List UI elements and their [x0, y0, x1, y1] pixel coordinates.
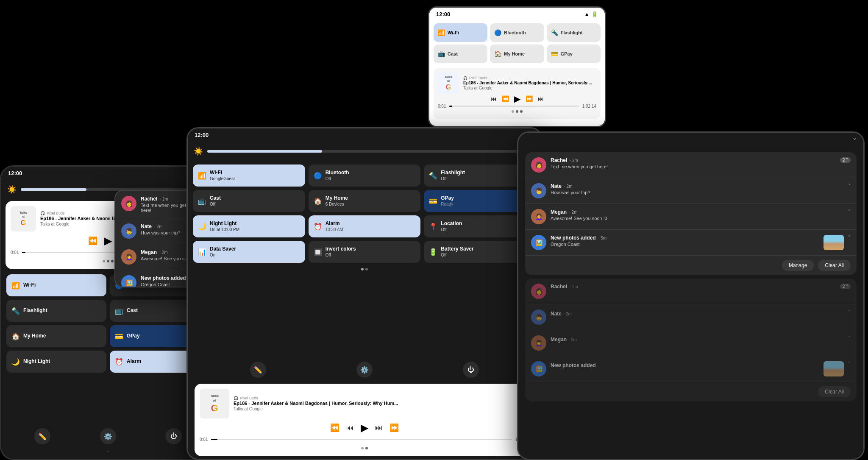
mid-flash-icon: 🔦 [429, 172, 437, 180]
rachel-text-small: Text me when you get here! [141, 203, 190, 213]
mid-skip-fwd[interactable]: ⏭ [375, 424, 383, 432]
mid-loc-text: Location Off [441, 220, 462, 233]
ptr-skip-back-btn[interactable]: ⏪ [502, 95, 509, 102]
large-megan-time: · 2m [569, 210, 577, 215]
ptr-wifi-icon: 📶 [438, 29, 445, 36]
large2-coast-thumb [823, 361, 844, 376]
large2-photos-name: New photos added [551, 362, 596, 368]
mid-settings-btn[interactable]: ⚙️ [356, 362, 373, 378]
small-settings-btn[interactable]: ⚙️ [100, 428, 116, 444]
ptr-tile-flashlight[interactable]: 🔦 Flashlight [547, 23, 601, 42]
ptr-tile-bluetooth[interactable]: 🔵 Bluetooth [490, 23, 544, 42]
small-power-btn[interactable]: ⏻ [166, 428, 182, 444]
mid-tile-invert[interactable]: 🔲 Invert colors Off [309, 241, 421, 263]
large2-megan-expand[interactable]: ˅ [848, 335, 851, 341]
mid-tile-cast[interactable]: 📺 Cast Off [193, 190, 305, 212]
ptr-tile-cast[interactable]: 📺 Cast [434, 45, 487, 63]
large-photos-header: New photos added · 5m [551, 235, 819, 241]
large-nate-expand[interactable]: ˅ [848, 183, 851, 189]
ptr-rewind-btn[interactable]: ⏮ [491, 95, 497, 102]
mid-power-btn[interactable]: ⏻ [463, 362, 479, 378]
tablet-mid-controls: ⏪ ⏮ ▶ ⏭ ⏩ [200, 422, 529, 434]
megan-avatar-small: 👩‍🦱 [121, 249, 136, 265]
ptr-cast-icon: 📺 [438, 50, 445, 57]
large-manage-btn[interactable]: Manage [782, 260, 814, 271]
mid-cast-icon: 📺 [198, 197, 206, 205]
ptr-flash-label: Flashlight [561, 30, 583, 35]
ptr-play-btn[interactable]: ▶ [514, 94, 520, 104]
mid-bar[interactable] [211, 439, 512, 440]
large-megan-content: Megan · 2m Awesome! See you soon :0 [551, 209, 844, 221]
ptr-media-channel: Talks at Google [463, 86, 596, 90]
mid-tile-home[interactable]: 🏠 My Home 6 Devices [309, 190, 421, 212]
tablet-mid-bright-fill [207, 150, 322, 153]
ptr-time: 12:00 [436, 11, 450, 17]
small-skip-back[interactable]: ⏪ [88, 236, 97, 245]
small-flash-text: Flashlight [23, 307, 47, 314]
large2-nate[interactable]: 👦 Nate · 2m ˅ [525, 304, 857, 330]
large2-rachel[interactable]: 👩 Rachel · 2m 2 ˅ [525, 279, 857, 304]
tablet-mid-bright-slider[interactable] [207, 150, 535, 153]
large-notif-megan[interactable]: 👩‍🦱 Megan · 2m Awesome! See you soon :0 … [525, 204, 857, 230]
mid-tile-nightlight[interactable]: 🌙 Night Light On at 10:00 PM [193, 215, 305, 237]
tablet-large-notif-panel: 👩 Rachel · 2m Text me when you get here!… [525, 152, 857, 275]
tablet-mid-channel: Talks at Google [234, 407, 529, 411]
ptr-tile-myhome[interactable]: 🏠 My Home [490, 45, 544, 63]
photos-name-small: New photos added [141, 275, 186, 281]
tablet-mid-source: 🎧 Pixel Buds [234, 396, 529, 400]
mid-tile-wifi[interactable]: 📶 Wi-Fi GoogleGuest [193, 164, 305, 187]
large-rachel-name: Rachel [551, 157, 567, 163]
large-clear-btn[interactable]: Clear All [818, 260, 851, 271]
tablet-mid-toolbar: ✏️ ⚙️ ⏻ [188, 358, 541, 381]
large-notif-rachel[interactable]: 👩 Rachel · 2m Text me when you get here!… [525, 152, 857, 178]
mid-gpay-icon: 💳 [429, 197, 437, 205]
mid-tile-alarm[interactable]: ⏰ Alarm 10:30 AM [309, 215, 421, 237]
large-notif-photos[interactable]: 🖼️ New photos added · 5m Oregon Coast ˅ [525, 230, 857, 256]
ptr-skip-fwd-btn[interactable]: ⏩ [526, 95, 533, 102]
tablet-large-chevron[interactable]: ˅ [853, 137, 857, 146]
small-tile-wifi[interactable]: 📶 Wi-Fi [6, 274, 106, 296]
ptr-media-card: Talksat G 🎧 Pixel Buds Ep186 - Jennifer … [434, 68, 601, 119]
mid-fwd[interactable]: ⏩ [389, 423, 399, 432]
large-notif-nate[interactable]: 👦 Nate · 2m How was your trip? ˅ [525, 178, 857, 204]
large2-photos-expand[interactable]: ˅ [848, 361, 851, 367]
large2-notif-actions: Clear All [525, 382, 857, 401]
mid-dot-2 [365, 268, 368, 270]
small-edit-btn[interactable]: ✏️ [34, 428, 50, 444]
large-photos-expand[interactable]: ˅ [848, 235, 851, 241]
tablet-mid-media-thumb: Talksat G [200, 389, 229, 418]
ptr-tile-wifi[interactable]: 📶 Wi-Fi [434, 23, 487, 42]
large-nate-text: How was your trip? [551, 190, 844, 195]
large2-nate-expand[interactable]: ˅ [848, 309, 851, 315]
mid-skip-back[interactable]: ⏮ [346, 424, 354, 432]
small-tile-flashlight[interactable]: 🔦 Flashlight [6, 300, 106, 322]
ptr-tile-gpay[interactable]: 💳 GPay [547, 45, 601, 63]
small-tile-nightlight[interactable]: 🌙 Night Light [6, 351, 106, 373]
mid-tile-datasaver[interactable]: 📊 Data Saver On [193, 241, 305, 263]
large2-rachel-name: Rachel [551, 284, 567, 290]
ptr-forward-btn[interactable]: ⏭ [538, 95, 544, 102]
mid-play[interactable]: ▶ [361, 422, 368, 434]
mid-edit-btn[interactable]: ✏️ [250, 362, 266, 378]
large2-clear-btn[interactable]: Clear All [818, 386, 851, 397]
large2-megan[interactable]: 👩‍🦱 Megan · 2m ˅ [525, 330, 857, 356]
nate-avatar-small: 👦 [121, 223, 136, 239]
mid-rewind[interactable]: ⏪ [330, 423, 339, 432]
tablet-mid-screen: 12:00 ▲ 🔋 ☀️ 📶 Wi-Fi Google [188, 128, 541, 459]
large2-photos[interactable]: 🖼️ New photos added ˅ [525, 356, 857, 382]
small-tile-myhome[interactable]: 🏠 My Home [6, 325, 106, 347]
ptr-wifi-label: Wi-Fi [448, 30, 459, 35]
large-photos-avatar: 🖼️ [531, 235, 546, 250]
large-megan-expand[interactable]: ˅ [848, 209, 851, 215]
large-photos-time: · 5m [598, 236, 606, 240]
small-dot-1 [103, 260, 105, 262]
mid-bat-text: Battery Saver Off [441, 246, 473, 258]
ptr-progress-bar[interactable] [449, 106, 579, 107]
large-megan-name: Megan [551, 209, 567, 215]
large-megan-avatar: 👩‍🦱 [531, 209, 546, 224]
small-play[interactable]: ▶ [104, 235, 112, 247]
large-rachel-time: · 2m [570, 158, 578, 163]
ptr-progress-fill [449, 106, 452, 107]
mid-tile-bt[interactable]: 🔵 Bluetooth Off [309, 164, 421, 187]
large-nate-avatar: 👦 [531, 183, 546, 198]
